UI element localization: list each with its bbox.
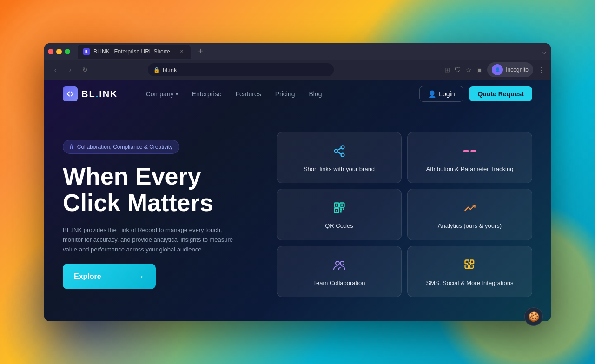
url-text: bl.ink (163, 66, 177, 73)
site-nav: BL.INK Company ▾ Enterprise Features Pri… (44, 80, 551, 108)
back-button[interactable]: ‹ (50, 64, 61, 75)
browser-window: B BLINK | Enterprise URL Shorte... ✕ + ⌄… (44, 43, 551, 321)
close-window-button[interactable] (48, 49, 53, 54)
svg-line-3 (337, 152, 341, 154)
maximize-window-button[interactable] (65, 49, 70, 54)
explore-button[interactable]: Explore → (63, 264, 156, 289)
feature-label-qr-codes: QR Codes (325, 222, 353, 230)
active-tab[interactable]: B BLINK | Enterprise URL Shorte... ✕ (78, 45, 191, 59)
puzzle-icon (461, 256, 479, 274)
team-icon (330, 256, 349, 274)
hero-title-line2: Click Matters (63, 190, 258, 216)
feature-label-attribution: Attribution & Parameter Tracking (426, 165, 514, 173)
tab-title: BLINK | Enterprise URL Shorte... (93, 48, 175, 55)
hero-badge: // Collaboration, Compliance & Creativit… (63, 140, 179, 154)
hero-left: // Collaboration, Compliance & Creativit… (63, 140, 258, 290)
svg-line-4 (337, 148, 341, 151)
svg-rect-11 (343, 209, 344, 211)
feature-card-analytics[interactable]: Analytics (ours & yours) (407, 189, 532, 240)
svg-rect-15 (336, 210, 337, 212)
logo-icon (63, 86, 78, 101)
nav-pricing[interactable]: Pricing (275, 90, 295, 98)
login-button[interactable]: 👤 Login (419, 86, 463, 102)
hero-description: BL.INK provides the Link of Record to ma… (63, 225, 239, 254)
nav-company[interactable]: Company ▾ (146, 90, 178, 98)
hero-title-line1: When Every (63, 163, 258, 190)
hero-section: // Collaboration, Compliance & Creativit… (44, 108, 551, 321)
user-icon: 👤 (428, 90, 436, 98)
feature-label-team-collab: Team Collaboration (313, 279, 365, 287)
svg-rect-10 (340, 209, 342, 211)
incognito-button[interactable]: 👤 Incognito (487, 62, 533, 77)
hero-title: When Every Click Matters (63, 163, 258, 216)
svg-rect-13 (336, 205, 337, 206)
avatar: 👤 (492, 64, 503, 75)
more-options-icon[interactable]: ⋮ (538, 66, 545, 74)
feature-label-integrations: SMS, Social & More Integrations (426, 279, 514, 287)
arrow-right-icon: → (135, 271, 145, 282)
svg-point-0 (341, 146, 344, 149)
svg-rect-12 (340, 211, 342, 213)
chevron-down-icon: ▾ (176, 92, 178, 97)
reload-button[interactable]: ↻ (79, 64, 91, 75)
site-logo[interactable]: BL.INK (63, 86, 118, 101)
nav-blog[interactable]: Blog (309, 90, 322, 98)
logo-text: BL.INK (81, 89, 118, 99)
svg-point-16 (336, 261, 339, 265)
analytics-icon (461, 199, 479, 217)
split-view-icon[interactable]: ▣ (476, 66, 483, 73)
qr-icon (330, 199, 349, 217)
feature-card-attribution[interactable]: Attribution & Parameter Tracking (407, 132, 532, 183)
minimize-window-button[interactable] (56, 49, 62, 54)
browser-toolbar: ⊞ 🛡 ☆ ▣ 👤 Incognito ⋮ (444, 62, 545, 77)
feature-card-team-collab[interactable]: Team Collaboration (277, 246, 402, 297)
lock-icon: 🔒 (153, 67, 160, 73)
forward-button[interactable]: › (65, 64, 76, 75)
incognito-label: Incognito (506, 66, 529, 73)
feature-card-short-links[interactable]: Short links with your brand (277, 132, 402, 183)
svg-point-1 (334, 150, 337, 153)
traffic-lights (48, 49, 70, 54)
nav-links: Company ▾ Enterprise Features Pricing Bl… (146, 90, 419, 98)
svg-rect-14 (341, 205, 343, 206)
tab-bar-collapse[interactable]: ⌄ (541, 47, 547, 56)
feature-label-analytics: Analytics (ours & yours) (438, 222, 502, 230)
cookie-consent-button[interactable]: 🍪 (524, 307, 543, 326)
feature-card-integrations[interactable]: SMS, Social & More Integrations (407, 246, 532, 297)
target-icon (461, 142, 479, 160)
svg-point-17 (340, 261, 344, 265)
share-icon (330, 142, 349, 160)
website-content: BL.INK Company ▾ Enterprise Features Pri… (44, 80, 551, 321)
explore-label: Explore (74, 272, 101, 281)
svg-rect-5 (463, 150, 469, 152)
extensions-icon[interactable]: ⊞ (444, 66, 450, 73)
tab-favicon: B (83, 48, 90, 55)
cookie-icon: 🍪 (528, 311, 540, 322)
feature-card-qr-codes[interactable]: QR Codes (277, 189, 402, 240)
address-bar: ‹ › ↻ 🔒 bl.ink ⊞ 🛡 ☆ ▣ 👤 Incognito ⋮ (44, 60, 551, 80)
nav-actions: 👤 Login Quote Request (419, 86, 532, 102)
badge-slashes: // (70, 143, 73, 151)
star-icon[interactable]: ☆ (466, 66, 472, 73)
feature-grid: Short links with your brand Attribution … (277, 123, 532, 306)
svg-rect-6 (470, 150, 476, 152)
new-tab-button[interactable]: + (194, 45, 207, 58)
quote-request-button[interactable]: Quote Request (469, 86, 532, 101)
shield-icon[interactable]: 🛡 (455, 66, 461, 73)
badge-text: Collaboration, Compliance & Creativity (77, 144, 172, 150)
nav-enterprise[interactable]: Enterprise (192, 90, 222, 98)
nav-features[interactable]: Features (235, 90, 261, 98)
feature-label-short-links: Short links with your brand (304, 165, 375, 173)
tab-bar: B BLINK | Enterprise URL Shorte... ✕ + ⌄ (44, 43, 551, 60)
tab-close-button[interactable]: ✕ (178, 48, 185, 55)
svg-point-2 (341, 153, 344, 157)
url-bar[interactable]: 🔒 bl.ink (148, 63, 334, 76)
